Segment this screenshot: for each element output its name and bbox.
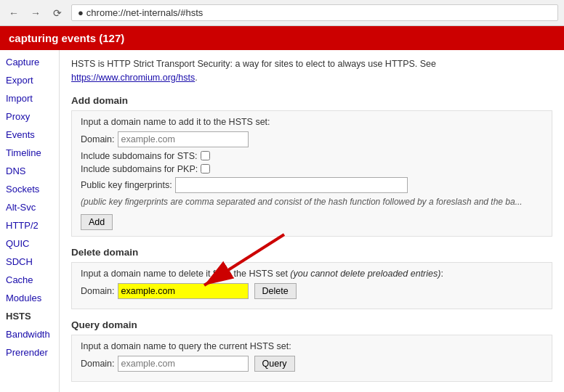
- add-domain-box: Input a domain name to add it to the HST…: [71, 110, 552, 237]
- delete-domain-instruction: Input a domain name to delete it from th…: [81, 269, 543, 279]
- back-button[interactable]: ←: [6, 5, 22, 21]
- add-button[interactable]: Add: [81, 214, 113, 230]
- add-domain-instruction: Input a domain name to add it to the HST…: [81, 117, 543, 127]
- delete-domain-title: Delete domain: [71, 247, 552, 258]
- sidebar-item-timeline[interactable]: Timeline: [0, 144, 59, 162]
- sidebar-item-cache[interactable]: Cache: [0, 271, 59, 289]
- pkp-checkbox[interactable]: [201, 164, 210, 173]
- fingerprints-note: (public key fingerprints are comma separ…: [81, 197, 543, 207]
- add-domain-field-row: Domain:: [81, 131, 543, 147]
- query-domain-box: Input a domain name to query the current…: [71, 335, 552, 382]
- add-domain-title: Add domain: [71, 95, 552, 106]
- title-bar: capturing events (127): [0, 26, 564, 50]
- query-domain-instruction: Input a domain name to query the current…: [81, 341, 543, 351]
- sidebar-item-http2[interactable]: HTTP/2: [0, 216, 59, 234]
- address-text: chrome://net-internals/#hsts: [86, 7, 203, 18]
- sidebar-item-bandwidth[interactable]: Bandwidth: [0, 325, 59, 343]
- content-area: HSTS is HTTP Strict Transport Security: …: [60, 50, 564, 392]
- sidebar-item-modules[interactable]: Modules: [0, 289, 59, 307]
- delete-domain-section: Delete domain Input a domain name to del…: [71, 247, 552, 309]
- sidebar: Capture Export Import Proxy Events Timel…: [0, 50, 60, 392]
- sts-checkbox[interactable]: [201, 151, 210, 160]
- sidebar-item-hsts: HSTS: [0, 307, 59, 325]
- sidebar-item-dns[interactable]: DNS: [0, 162, 59, 180]
- sidebar-item-import[interactable]: Import: [0, 89, 59, 107]
- sts-label: Include subdomains for STS:: [81, 151, 198, 161]
- pkp-label: Include subdomains for PKP:: [81, 164, 198, 174]
- query-button[interactable]: Query: [254, 356, 295, 372]
- title-text: capturing events (127): [9, 32, 124, 44]
- delete-domain-field-row: Domain: Delete: [81, 283, 543, 299]
- add-domain-section: Add domain Input a domain name to add it…: [71, 95, 552, 237]
- sidebar-item-altsvc[interactable]: Alt-Svc: [0, 198, 59, 216]
- sidebar-item-export[interactable]: Export: [0, 71, 59, 89]
- sidebar-item-sdch[interactable]: SDCH: [0, 253, 59, 271]
- fingerprints-field-row: Public key fingerprints:: [81, 177, 543, 193]
- query-domain-title: Query domain: [71, 319, 552, 330]
- main-layout: Capture Export Import Proxy Events Timel…: [0, 50, 564, 392]
- forward-button[interactable]: →: [28, 5, 44, 21]
- query-domain-section: Query domain Input a domain name to quer…: [71, 319, 552, 382]
- query-domain-field-row: Domain: Query: [81, 356, 543, 372]
- fingerprints-label: Public key fingerprints:: [81, 180, 172, 190]
- address-bar[interactable]: ● chrome://net-internals/#hsts: [71, 4, 558, 21]
- add-domain-input[interactable]: [118, 131, 249, 147]
- sidebar-item-prerender[interactable]: Prerender: [0, 343, 59, 362]
- sts-checkbox-row: Include subdomains for STS:: [81, 151, 543, 161]
- sidebar-item-events[interactable]: Events: [0, 126, 59, 144]
- delete-button[interactable]: Delete: [254, 283, 297, 299]
- sidebar-item-sockets[interactable]: Sockets: [0, 180, 59, 198]
- browser-toolbar: ← → ⟳ ● chrome://net-internals/#hsts: [0, 0, 564, 26]
- sidebar-item-capture[interactable]: Capture: [0, 53, 59, 71]
- fingerprints-input[interactable]: [175, 177, 408, 193]
- intro-paragraph: HSTS is HTTP Strict Transport Security: …: [71, 57, 552, 85]
- delete-domain-label: Domain:: [81, 286, 115, 296]
- sidebar-item-proxy[interactable]: Proxy: [0, 107, 59, 126]
- pkp-checkbox-row: Include subdomains for PKP:: [81, 164, 543, 174]
- delete-domain-input[interactable]: [118, 283, 249, 299]
- sidebar-item-quic[interactable]: QUIC: [0, 234, 59, 253]
- delete-domain-box: Input a domain name to delete it from th…: [71, 262, 552, 309]
- chromium-hsts-link[interactable]: https://www.chromium.org/hsts: [71, 73, 195, 83]
- query-domain-input[interactable]: [118, 356, 249, 372]
- query-domain-label: Domain:: [81, 359, 115, 369]
- add-domain-label: Domain:: [81, 134, 115, 144]
- reload-button[interactable]: ⟳: [49, 5, 65, 21]
- address-icon: ●: [78, 7, 84, 18]
